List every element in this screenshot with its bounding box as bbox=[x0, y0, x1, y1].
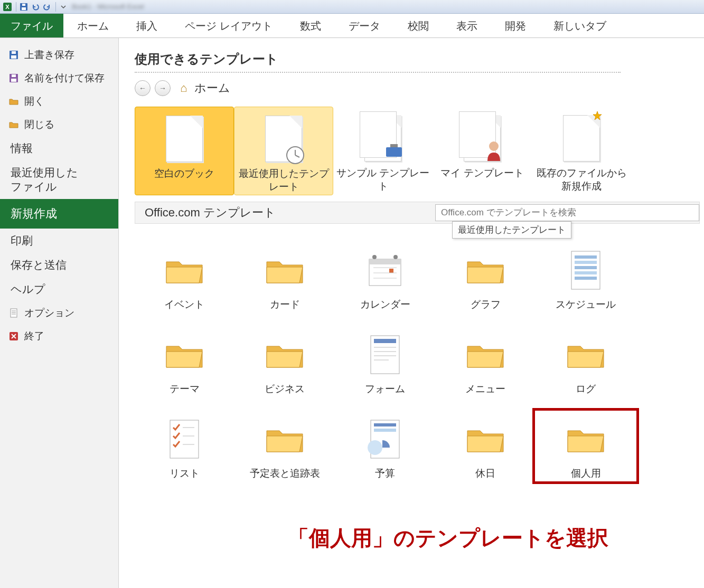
sidebar-item-options[interactable]: オプション bbox=[0, 301, 118, 325]
office-templates-header: Office.com テンプレート 最近使用したテンプレート bbox=[135, 202, 700, 224]
save-icon bbox=[8, 50, 19, 60]
sidebar-item-open[interactable]: 開く bbox=[0, 90, 118, 113]
category-label: イベント bbox=[164, 298, 204, 311]
options-icon bbox=[8, 308, 19, 318]
form-icon bbox=[361, 334, 409, 376]
template-top-row: 空白のブック 最近使用したテンプレート サンプル テンプレート マイ テンプレー… bbox=[135, 107, 704, 195]
svg-rect-35 bbox=[575, 277, 597, 280]
tile-sample-templates[interactable]: サンプル テンプレート bbox=[333, 107, 433, 195]
category-tile-7[interactable]: フォーム bbox=[335, 327, 435, 396]
template-search-input[interactable] bbox=[435, 204, 699, 221]
sidebar-label: 開く bbox=[24, 94, 44, 108]
tile-label: 空白のブック bbox=[154, 167, 214, 181]
category-label: カレンダー bbox=[360, 298, 410, 311]
category-tile-14[interactable]: 個人用 bbox=[536, 412, 635, 480]
save-icon[interactable] bbox=[18, 2, 29, 12]
category-tile-4[interactable]: スケジュール bbox=[536, 243, 635, 311]
category-label: ビジネス bbox=[265, 382, 305, 396]
tab-review[interactable]: 校閲 bbox=[394, 14, 443, 37]
svg-rect-23 bbox=[369, 259, 401, 264]
my-doc-icon bbox=[456, 112, 509, 165]
sidebar-item-recent[interactable]: 最近使用した ファイル bbox=[0, 160, 118, 199]
sidebar-item-saveas[interactable]: 名前を付けて保存 bbox=[0, 67, 118, 90]
fromfile-doc-icon bbox=[555, 112, 608, 165]
tile-label: 既存のファイルから新規作成 bbox=[532, 167, 631, 193]
category-tile-0[interactable]: イベント bbox=[135, 243, 234, 311]
svg-point-21 bbox=[489, 141, 499, 151]
tile-my-templates[interactable]: マイ テンプレート bbox=[433, 107, 532, 195]
folder-icon bbox=[261, 249, 308, 291]
excel-icon: X bbox=[2, 2, 13, 12]
sidebar-item-close[interactable]: 閉じる bbox=[0, 113, 118, 136]
saveas-icon bbox=[8, 73, 19, 83]
category-label: グラフ bbox=[471, 298, 501, 311]
folder-icon bbox=[261, 418, 308, 460]
category-tile-2[interactable]: カレンダー bbox=[335, 243, 435, 311]
open-icon bbox=[8, 96, 19, 107]
tile-label: サンプル テンプレート bbox=[333, 167, 433, 193]
category-label: 予定表と追跡表 bbox=[250, 467, 320, 480]
backstage-sidebar: 上書き保存 名前を付けて保存 開く 閉じる 情報 最近使用した ファイル 新規作… bbox=[0, 38, 119, 588]
category-tile-9[interactable]: ログ bbox=[536, 327, 635, 396]
sidebar-item-help[interactable]: ヘルプ bbox=[0, 277, 118, 301]
undo-icon[interactable] bbox=[30, 2, 41, 12]
category-tile-12[interactable]: 予算 bbox=[335, 412, 435, 480]
tab-home[interactable]: ホーム bbox=[63, 14, 123, 37]
office-templates-label: Office.com テンプレート bbox=[135, 205, 435, 221]
tab-view[interactable]: 表示 bbox=[443, 14, 491, 37]
qat-dropdown-icon[interactable] bbox=[58, 2, 69, 12]
sidebar-item-savesend[interactable]: 保存と送信 bbox=[0, 253, 118, 277]
sidebar-item-new[interactable]: 新規作成 bbox=[0, 199, 118, 229]
category-tile-13[interactable]: 休日 bbox=[436, 412, 535, 480]
nav-forward-button[interactable]: → bbox=[155, 80, 171, 96]
tile-from-existing[interactable]: 既存のファイルから新規作成 bbox=[532, 107, 631, 195]
category-tile-11[interactable]: 予定表と追跡表 bbox=[235, 412, 334, 480]
sidebar-label: 名前を付けて保存 bbox=[24, 71, 105, 85]
tab-file[interactable]: ファイル bbox=[0, 14, 63, 37]
instruction-annotation: 「個人用」のテンプレートを選択 bbox=[288, 524, 608, 553]
home-icon[interactable] bbox=[180, 81, 187, 95]
svg-rect-33 bbox=[575, 266, 597, 269]
quick-access-toolbar: X Book1 - Microsoft Excel bbox=[0, 0, 704, 14]
category-tile-3[interactable]: グラフ bbox=[436, 243, 535, 311]
svg-rect-7 bbox=[12, 51, 16, 54]
category-tile-1[interactable]: カード bbox=[235, 243, 334, 311]
svg-point-24 bbox=[372, 255, 377, 259]
category-label: ログ bbox=[576, 382, 596, 396]
category-label: 予算 bbox=[375, 467, 395, 480]
svg-point-25 bbox=[393, 255, 398, 259]
tile-blank-workbook[interactable]: 空白のブック bbox=[135, 107, 234, 195]
sidebar-item-print[interactable]: 印刷 bbox=[0, 229, 118, 253]
svg-rect-10 bbox=[12, 74, 16, 77]
category-tile-10[interactable]: リスト bbox=[135, 412, 234, 480]
ribbon-tabs: ファイル ホーム 挿入 ページ レイアウト 数式 データ 校閲 表示 開発 新し… bbox=[0, 14, 704, 38]
tab-pagelayout[interactable]: ページ レイアウト bbox=[171, 14, 286, 37]
tab-formulas[interactable]: 数式 bbox=[286, 14, 335, 37]
sidebar-label: オプション bbox=[24, 306, 74, 320]
sidebar-item-info[interactable]: 情報 bbox=[0, 136, 118, 160]
category-label: メニュー bbox=[465, 382, 505, 396]
tile-label: マイ テンプレート bbox=[440, 167, 523, 180]
sidebar-item-exit[interactable]: 終了 bbox=[0, 325, 118, 348]
tile-label: 最近使用したテンプレート bbox=[234, 167, 333, 193]
tab-data[interactable]: データ bbox=[335, 14, 394, 37]
sidebar-item-save[interactable]: 上書き保存 bbox=[0, 43, 118, 67]
folder-icon bbox=[462, 249, 509, 291]
redo-icon[interactable] bbox=[42, 2, 52, 12]
svg-rect-4 bbox=[22, 4, 25, 6]
backstage-content: 使用できるテンプレート ← → ホーム 空白のブック 最近使用したテンプレート … bbox=[119, 38, 704, 588]
category-tile-5[interactable]: テーマ bbox=[135, 327, 234, 396]
tab-insert[interactable]: 挿入 bbox=[123, 14, 171, 37]
tab-developer[interactable]: 開発 bbox=[491, 14, 540, 37]
tile-recent-templates[interactable]: 最近使用したテンプレート bbox=[234, 107, 333, 195]
title-blur: Book1 - Microsoft Excel bbox=[72, 3, 144, 11]
category-tile-6[interactable]: ビジネス bbox=[235, 327, 334, 396]
category-label: カード bbox=[270, 298, 300, 311]
breadcrumb-home[interactable]: ホーム bbox=[194, 80, 230, 96]
nav-back-button[interactable]: ← bbox=[135, 80, 151, 96]
folder-icon bbox=[562, 418, 609, 460]
folder-icon bbox=[462, 334, 509, 376]
category-tile-8[interactable]: メニュー bbox=[436, 327, 535, 396]
tab-newtab[interactable]: 新しいタブ bbox=[540, 14, 620, 37]
budget-icon bbox=[361, 418, 409, 460]
